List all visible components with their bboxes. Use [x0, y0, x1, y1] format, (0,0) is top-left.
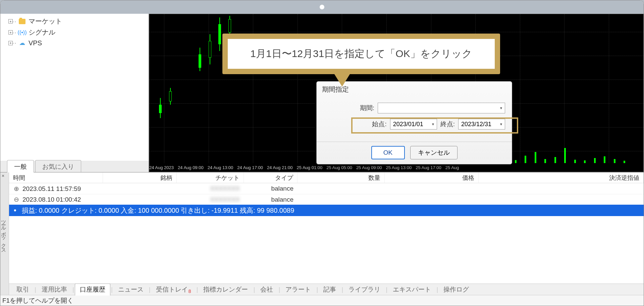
- ticket-cell-blurred: XXXXXXX: [177, 184, 244, 193]
- annotation-callout: 1月1日〜12月31日を指定して「OK」をクリック: [222, 34, 500, 74]
- nav-tabs: 一般 お気に入り: [0, 161, 149, 172]
- tree-item-market[interactable]: + ⋯ マーケット: [0, 16, 149, 27]
- tree-item-vps[interactable]: + ⋯ ☁ VPS: [0, 38, 149, 48]
- ok-button[interactable]: OK: [371, 146, 405, 159]
- toolbox-label: ツールボックス: [0, 172, 9, 295]
- tab-experts[interactable]: エキスパート: [388, 284, 436, 295]
- summary-row: • 損益: 0.0000 クレジット: 0.0000 入金: 100 000.0…: [9, 205, 644, 216]
- tree-item-signal[interactable]: + ⋯ ((•)) シグナル: [0, 27, 149, 38]
- inbox-badge: 8: [189, 289, 191, 294]
- col-price[interactable]: 価格: [385, 172, 479, 183]
- col-type[interactable]: タイプ: [244, 172, 298, 183]
- tab-company[interactable]: 会社: [256, 284, 278, 295]
- tab-journal[interactable]: 操作ログ: [439, 284, 474, 295]
- terminal-tabs: 取引| 運用比率| 口座履歴| ニュース| 受信トレイ8| 指標カレンダー| 会…: [9, 284, 644, 295]
- terminal-panel: × ツールボックス 時間 銘柄 チケット タイプ 数量 価格 決済逆指値 ⊕20…: [0, 172, 644, 295]
- col-ticket[interactable]: チケット: [177, 172, 244, 183]
- period-label: 期間:: [360, 104, 374, 112]
- expand-icon[interactable]: +: [8, 30, 13, 35]
- tab-trade[interactable]: 取引: [12, 284, 34, 295]
- period-dialog: 期間指定 期間: ▾ 始点: 2023/01/01 ▾: [316, 81, 512, 164]
- tab-general[interactable]: 一般: [7, 160, 34, 172]
- tree-label: マーケット: [29, 17, 62, 26]
- col-time[interactable]: 時間: [9, 172, 103, 183]
- status-text: F1を押してヘルプを開く: [2, 296, 73, 305]
- callout-text: 1月1日〜12月31日を指定して「OK」をクリック: [234, 47, 488, 61]
- expand-icon[interactable]: +: [8, 19, 13, 23]
- table-row[interactable]: ⊕2023.05.11 11:57:59 XXXXXXX balance: [9, 183, 644, 194]
- end-label: 終点:: [440, 120, 455, 129]
- close-icon[interactable]: ×: [2, 173, 4, 178]
- tree-label: シグナル: [29, 28, 55, 37]
- callout-tail-icon: [332, 70, 352, 87]
- tab-inbox[interactable]: 受信トレイ8: [151, 284, 196, 295]
- chevron-down-icon: ▾: [500, 122, 502, 126]
- table-row[interactable]: ⊖2023.08.10 01:00:42 XXXXXXX balance: [9, 194, 644, 205]
- tab-articles[interactable]: 記事: [319, 284, 341, 295]
- tab-exposure[interactable]: 運用比率: [37, 284, 72, 295]
- tab-news[interactable]: ニュース: [113, 284, 148, 295]
- navigator-panel: + ⋯ マーケット + ⋯ ((•)) シグナル + ⋯ ☁: [0, 14, 149, 172]
- signal-icon: ((•)): [18, 29, 26, 36]
- summary-text: 損益: 0.0000 クレジット: 0.0000 入金: 100 000.000…: [22, 206, 294, 215]
- tab-library[interactable]: ライブラリ: [344, 284, 385, 295]
- col-symbol[interactable]: 銘柄: [103, 172, 177, 183]
- camera-notch: [320, 5, 324, 9]
- end-date-select[interactable]: 2023/12/31 ▾: [458, 119, 505, 130]
- cloud-icon: ☁: [18, 40, 26, 46]
- chevron-down-icon: ▾: [432, 122, 434, 126]
- tab-history[interactable]: 口座履歴: [75, 284, 110, 296]
- chevron-down-icon: ▾: [500, 106, 502, 110]
- period-row: 期間: ▾: [323, 103, 505, 113]
- cancel-button[interactable]: キャンセル: [410, 146, 458, 159]
- folder-icon: [18, 18, 26, 25]
- minus-icon: ⊖: [13, 196, 20, 203]
- plus-icon: ⊕: [13, 185, 20, 193]
- tab-favorites[interactable]: お気に入り: [35, 160, 81, 172]
- grid-header: 時間 銘柄 チケット タイプ 数量 価格 決済逆指値: [9, 172, 644, 183]
- start-label: 始点:: [372, 120, 386, 129]
- tree: + ⋯ マーケット + ⋯ ((•)) シグナル + ⋯ ☁: [0, 14, 149, 161]
- period-select[interactable]: ▾: [378, 103, 505, 113]
- start-date-select[interactable]: 2023/01/01 ▾: [390, 119, 437, 130]
- status-bar: F1を押してヘルプを開く: [0, 295, 644, 306]
- col-qty[interactable]: 数量: [298, 172, 385, 183]
- tree-label: VPS: [29, 39, 42, 47]
- expand-icon[interactable]: +: [8, 41, 13, 45]
- ticket-cell-blurred: XXXXXXX: [177, 195, 244, 204]
- tab-calendar[interactable]: 指標カレンダー: [199, 284, 253, 295]
- date-row: 始点: 2023/01/01 ▾ 終点: 2023/12/31 ▾: [323, 119, 505, 130]
- col-sl[interactable]: 決済逆指値: [479, 172, 644, 183]
- tab-alerts[interactable]: アラート: [281, 284, 316, 295]
- title-bar: [0, 0, 644, 14]
